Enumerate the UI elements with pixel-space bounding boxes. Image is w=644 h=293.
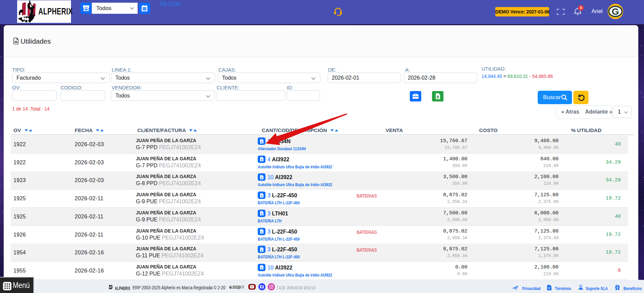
svg-text:G: G	[612, 6, 619, 17]
